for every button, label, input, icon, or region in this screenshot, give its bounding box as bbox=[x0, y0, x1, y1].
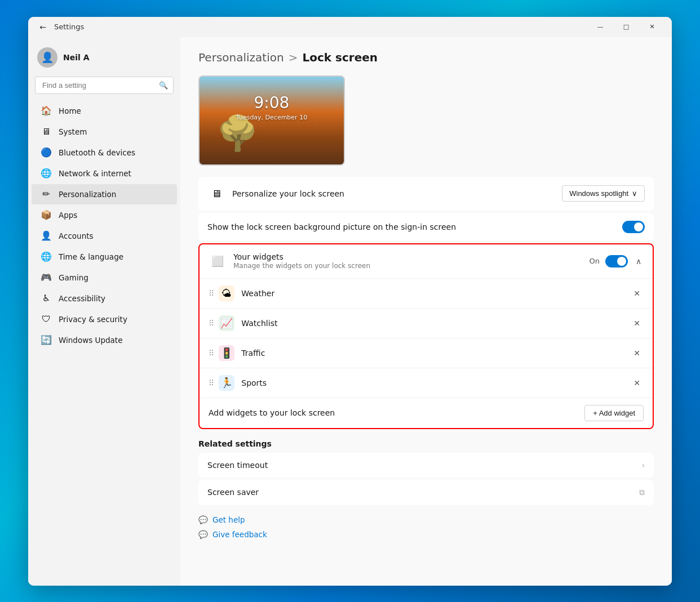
gaming-icon: 🎮 bbox=[41, 272, 52, 283]
breadcrumb-parent[interactable]: Personalization bbox=[198, 51, 284, 64]
titlebar: ← Settings — □ ✕ bbox=[28, 17, 672, 37]
sidebar-item-label: Accessibility bbox=[59, 294, 105, 303]
widget-weather-remove-button[interactable]: ✕ bbox=[630, 287, 644, 300]
show-bg-card: Show the lock screen background picture … bbox=[198, 213, 654, 241]
external-link-icon: ⧉ bbox=[639, 488, 645, 497]
sidebar-item-label: Privacy & security bbox=[59, 315, 127, 324]
chevron-right-icon: › bbox=[641, 461, 645, 470]
avatar: 👤 bbox=[37, 47, 57, 68]
related-settings-title: Related settings bbox=[198, 439, 654, 448]
sidebar-item-label: Time & language bbox=[59, 252, 123, 261]
accessibility-icon: ♿ bbox=[41, 293, 52, 304]
widgets-title: Your widgets bbox=[233, 252, 590, 261]
sidebar-item-system[interactable]: 🖥 System bbox=[32, 122, 177, 142]
breadcrumb-separator: > bbox=[289, 51, 298, 64]
sidebar-item-accounts[interactable]: 👤 Accounts bbox=[32, 226, 177, 246]
sidebar-item-label: Home bbox=[59, 106, 81, 115]
drag-handle-icon[interactable]: ⠿ bbox=[209, 289, 213, 298]
lock-screen-preview: 🌳 9:08 Tuesday, December 10 bbox=[198, 75, 345, 166]
add-widget-row: Add widgets to your lock screen + Add wi… bbox=[200, 398, 653, 428]
screen-saver-label: Screen saver bbox=[207, 488, 639, 497]
sidebar-item-bluetooth[interactable]: 🔵 Bluetooth & devices bbox=[32, 142, 177, 163]
screen-saver-row[interactable]: Screen saver ⧉ bbox=[198, 480, 654, 505]
user-section: 👤 Neil A bbox=[28, 42, 180, 77]
drag-handle-icon[interactable]: ⠿ bbox=[209, 378, 213, 387]
dropdown-arrow-icon: ∨ bbox=[632, 189, 637, 198]
widgets-icon: ⬜ bbox=[209, 252, 227, 270]
widgets-collapse-button[interactable]: ∧ bbox=[633, 255, 644, 268]
search-icon: 🔍 bbox=[159, 81, 168, 90]
preview-time: 9:08 bbox=[254, 93, 290, 112]
personalize-label: Personalize your lock screen bbox=[232, 189, 562, 198]
search-input[interactable] bbox=[35, 77, 174, 94]
privacy-icon: 🛡 bbox=[41, 314, 52, 325]
screen-timeout-label: Screen timeout bbox=[207, 461, 641, 470]
content-area: 👤 Neil A 🔍 🏠 Home🖥 System🔵 Bluetooth & d… bbox=[28, 37, 672, 586]
system-icon: 🖥 bbox=[41, 126, 52, 137]
sidebar-item-apps[interactable]: 📦 Apps bbox=[32, 205, 177, 225]
widgets-section: ⬜ Your widgets Manage the widgets on you… bbox=[198, 243, 654, 429]
sidebar-item-time[interactable]: 🌐 Time & language bbox=[32, 247, 177, 267]
window-title: Settings bbox=[54, 23, 84, 31]
show-bg-label: Show the lock screen background picture … bbox=[207, 222, 622, 231]
widgets-subtitle: Manage the widgets on your lock screen bbox=[233, 262, 590, 270]
widget-sports-remove-button[interactable]: ✕ bbox=[630, 376, 644, 390]
widget-item: ⠿ 🏃 Sports ✕ bbox=[200, 368, 653, 398]
window-controls: — □ ✕ bbox=[587, 17, 665, 37]
personalize-dropdown[interactable]: Windows spotlight ∨ bbox=[562, 185, 645, 202]
maximize-button[interactable]: □ bbox=[613, 17, 639, 37]
add-widget-button[interactable]: + Add widget bbox=[584, 405, 644, 421]
widget-traffic-remove-button[interactable]: ✕ bbox=[630, 346, 644, 360]
widget-sports-label: Sports bbox=[241, 378, 630, 387]
sidebar-item-privacy[interactable]: 🛡 Privacy & security bbox=[32, 309, 177, 329]
main-content: Personalization > Lock screen 🌳 9:08 Tue… bbox=[180, 37, 672, 586]
sidebar-item-label: Windows Update bbox=[59, 336, 122, 345]
sidebar-item-label: Apps bbox=[59, 211, 77, 220]
close-button[interactable]: ✕ bbox=[639, 17, 665, 37]
personalize-icon: 🖥 bbox=[207, 185, 225, 203]
sidebar-item-label: System bbox=[59, 127, 87, 136]
show-bg-row: Show the lock screen background picture … bbox=[198, 213, 654, 241]
widget-item: ⠿ 🌤 Weather ✕ bbox=[200, 279, 653, 309]
widget-weather-label: Weather bbox=[241, 289, 630, 298]
sidebar-item-network[interactable]: 🌐 Network & internet bbox=[32, 163, 177, 184]
get-help-link[interactable]: 💬 Get help bbox=[198, 515, 654, 524]
widget-item: ⠿ 🚦 Traffic ✕ bbox=[200, 338, 653, 368]
screen-timeout-row[interactable]: Screen timeout › bbox=[198, 453, 654, 478]
sidebar-item-personalization[interactable]: ✏️ Personalization bbox=[32, 184, 177, 204]
apps-icon: 📦 bbox=[41, 209, 52, 221]
nav-menu: 🏠 Home🖥 System🔵 Bluetooth & devices🌐 Net… bbox=[28, 101, 180, 350]
personalize-row: 🖥 Personalize your lock screen Windows s… bbox=[198, 177, 654, 211]
sidebar-item-label: Network & internet bbox=[59, 169, 131, 178]
bluetooth-icon: 🔵 bbox=[41, 147, 52, 158]
widget-item: ⠿ 📈 Watchlist ✕ bbox=[200, 309, 653, 338]
personalization-icon: ✏️ bbox=[41, 189, 52, 200]
drag-handle-icon[interactable]: ⠿ bbox=[209, 319, 213, 328]
search-box: 🔍 bbox=[35, 77, 174, 94]
sidebar-item-gaming[interactable]: 🎮 Gaming bbox=[32, 267, 177, 288]
give-feedback-icon: 💬 bbox=[198, 530, 208, 539]
back-button[interactable]: ← bbox=[35, 19, 51, 35]
show-bg-toggle[interactable] bbox=[622, 221, 645, 233]
widget-weather-icon: 🌤 bbox=[219, 286, 234, 301]
sidebar-item-label: Bluetooth & devices bbox=[59, 148, 135, 157]
widgets-toggle[interactable] bbox=[605, 255, 628, 267]
widget-watchlist-remove-button[interactable]: ✕ bbox=[630, 316, 644, 330]
sidebar: 👤 Neil A 🔍 🏠 Home🖥 System🔵 Bluetooth & d… bbox=[28, 37, 180, 586]
user-name: Neil A bbox=[63, 53, 90, 62]
accounts-icon: 👤 bbox=[41, 230, 52, 242]
sidebar-item-home[interactable]: 🏠 Home bbox=[32, 101, 177, 121]
update-icon: 🔄 bbox=[41, 335, 52, 346]
widget-watchlist-label: Watchlist bbox=[241, 319, 630, 328]
sidebar-item-accessibility[interactable]: ♿ Accessibility bbox=[32, 288, 177, 309]
time-icon: 🌐 bbox=[41, 251, 52, 262]
give-feedback-link[interactable]: 💬 Give feedback bbox=[198, 530, 654, 539]
drag-handle-icon[interactable]: ⠿ bbox=[209, 349, 213, 358]
add-widget-label: Add widgets to your lock screen bbox=[209, 408, 584, 417]
network-icon: 🌐 bbox=[41, 168, 52, 179]
breadcrumb: Personalization > Lock screen bbox=[198, 51, 654, 64]
sidebar-item-update[interactable]: 🔄 Windows Update bbox=[32, 330, 177, 350]
footer-links: 💬 Get help 💬 Give feedback bbox=[198, 515, 654, 539]
widgets-header: ⬜ Your widgets Manage the widgets on you… bbox=[200, 244, 653, 279]
minimize-button[interactable]: — bbox=[587, 17, 613, 37]
